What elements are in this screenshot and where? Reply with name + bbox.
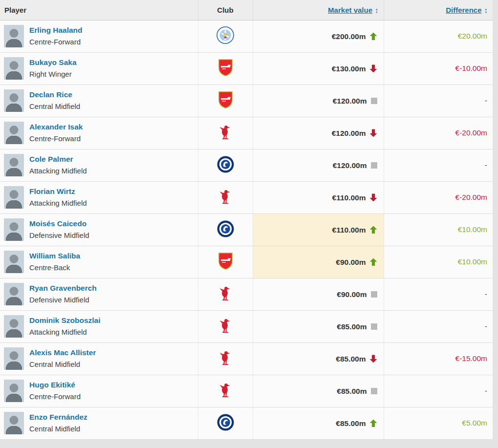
player-cell: Cole Palmer Attacking Midfield [0, 149, 198, 181]
trend-same-icon [371, 323, 377, 330]
player-cell: Alexander Isak Centre-Forward [0, 117, 198, 149]
club-cell [198, 181, 253, 213]
table-row: Declan Rice Central Midfield €120.00m - [0, 85, 493, 117]
player-cell: Dominik Szoboszlai Attacking Midfield [0, 310, 198, 342]
market-value-cell: €200.00m [253, 20, 384, 52]
club-cell [198, 407, 253, 439]
player-photo[interactable] [4, 347, 24, 370]
sort-icon-difference[interactable]: ↕ [484, 6, 488, 14]
trend-up-icon [370, 32, 377, 40]
table-row: Cole Palmer Attacking Midfield €120.00m … [0, 149, 493, 181]
club-crest-icon-mancity[interactable] [217, 26, 234, 46]
trend-down-icon [370, 193, 377, 201]
club-crest-icon-arsenal[interactable] [218, 91, 233, 110]
player-photo[interactable] [4, 380, 24, 402]
table-row: Alexander Isak Centre-Forward €120.00m €… [0, 117, 493, 149]
player-name-link[interactable]: Dominik Szoboszlai [29, 315, 101, 326]
player-name-link[interactable]: Cole Palmer [29, 154, 87, 165]
trend-same-icon [371, 98, 377, 104]
player-cell: William Saliba Centre-Back [0, 246, 198, 278]
market-value-cell: €85.00m [253, 407, 384, 439]
player-name-link[interactable]: Declan Rice [29, 89, 80, 100]
player-photo[interactable] [4, 25, 24, 47]
sort-link-market-value[interactable]: Market value [328, 6, 372, 14]
club-crest-icon-chelsea[interactable] [217, 156, 234, 175]
market-value-cell: €120.00m [253, 85, 384, 117]
difference-cell: €20.00m [384, 20, 493, 52]
player-cell: Bukayo Saka Right Winger [0, 52, 198, 85]
trend-up-icon [370, 419, 377, 427]
table-row: Hugo Ekitiké Centre-Forward €85.00m - [0, 375, 493, 407]
player-photo[interactable] [4, 89, 24, 112]
club-crest-icon-liverpool[interactable] [219, 189, 231, 206]
market-value: €120.00m [333, 161, 367, 169]
club-cell [198, 85, 253, 117]
club-crest-icon-chelsea[interactable] [217, 220, 234, 239]
player-position: Attacking Midfield [29, 328, 87, 336]
market-value-cell: €90.00m [253, 278, 384, 310]
player-cell: Declan Rice Central Midfield [0, 85, 198, 117]
club-crest-icon-arsenal[interactable] [218, 252, 233, 272]
market-value-cell: €110.00m [253, 181, 384, 213]
market-value: €200.00m [332, 32, 366, 40]
player-name-link[interactable]: Alexander Isak [29, 122, 83, 132]
market-value-cell: €85.00m [253, 310, 384, 342]
player-photo[interactable] [4, 154, 24, 176]
club-cell [198, 117, 253, 149]
player-position: Defensive Midfield [29, 296, 89, 304]
difference-cell: €10.00m [384, 246, 493, 278]
sort-link-difference[interactable]: Difference [446, 6, 481, 14]
player-photo[interactable] [4, 283, 24, 305]
table-row: Florian Wirtz Attacking Midfield €110.00… [0, 181, 493, 213]
market-value: €85.00m [336, 419, 366, 427]
sort-icon-market-value[interactable]: ↕ [375, 6, 379, 14]
player-name-link[interactable]: Enzo Fernández [29, 412, 87, 423]
club-crest-icon-chelsea[interactable] [217, 414, 234, 433]
market-value: €110.00m [332, 225, 366, 234]
player-name-link[interactable]: William Saliba [29, 251, 80, 261]
player-photo[interactable] [4, 57, 24, 80]
club-crest-icon-liverpool[interactable] [219, 382, 231, 400]
market-value: €90.00m [337, 290, 367, 298]
column-header-player: Player [0, 0, 198, 20]
club-cell [198, 149, 253, 181]
club-crest-icon-liverpool[interactable] [219, 318, 231, 335]
trend-up-icon [370, 258, 377, 266]
player-photo[interactable] [4, 218, 24, 241]
player-position: Right Winger [29, 70, 72, 78]
club-cell [198, 278, 253, 310]
market-value-cell: €130.00m [253, 52, 384, 85]
market-value-cell: €90.00m [253, 246, 384, 278]
player-name-link[interactable]: Bukayo Saka [29, 57, 77, 68]
player-name-link[interactable]: Hugo Ekitiké [29, 380, 81, 390]
player-name-link[interactable]: Ryan Gravenberch [29, 283, 97, 294]
trend-down-icon [370, 64, 377, 72]
club-crest-icon-arsenal[interactable] [218, 59, 233, 78]
player-photo[interactable] [4, 122, 24, 144]
club-crest-icon-liverpool[interactable] [219, 285, 231, 303]
difference-cell: - [384, 310, 493, 342]
market-value: €120.00m [333, 96, 367, 105]
player-position: Central Midfield [29, 425, 80, 433]
difference-value: - [485, 290, 487, 298]
difference-value: €-15.00m [455, 354, 487, 363]
difference-cell: €-15.00m [384, 342, 493, 375]
player-position: Defensive Midfield [29, 231, 89, 239]
player-photo[interactable] [4, 251, 24, 273]
player-photo[interactable] [4, 315, 24, 338]
trend-down-icon [370, 129, 377, 137]
player-photo[interactable] [4, 412, 24, 434]
market-value-cell: €110.00m [253, 213, 384, 246]
trend-same-icon [371, 162, 377, 169]
table-body: Erling Haaland Centre-Forward €200.00m €… [0, 20, 493, 439]
player-photo[interactable] [4, 186, 24, 209]
player-name-link[interactable]: Erling Haaland [29, 25, 83, 36]
player-name-link[interactable]: Alexis Mac Allister [29, 347, 96, 358]
club-crest-icon-liverpool[interactable] [219, 350, 231, 367]
trend-up-icon [370, 226, 377, 234]
market-value: €120.00m [332, 128, 366, 137]
player-name-link[interactable]: Florian Wirtz [29, 186, 87, 197]
club-crest-icon-liverpool[interactable] [219, 124, 231, 142]
player-cell: Alexis Mac Allister Central Midfield [0, 342, 198, 375]
player-name-link[interactable]: Moisés Caicedo [29, 218, 89, 229]
